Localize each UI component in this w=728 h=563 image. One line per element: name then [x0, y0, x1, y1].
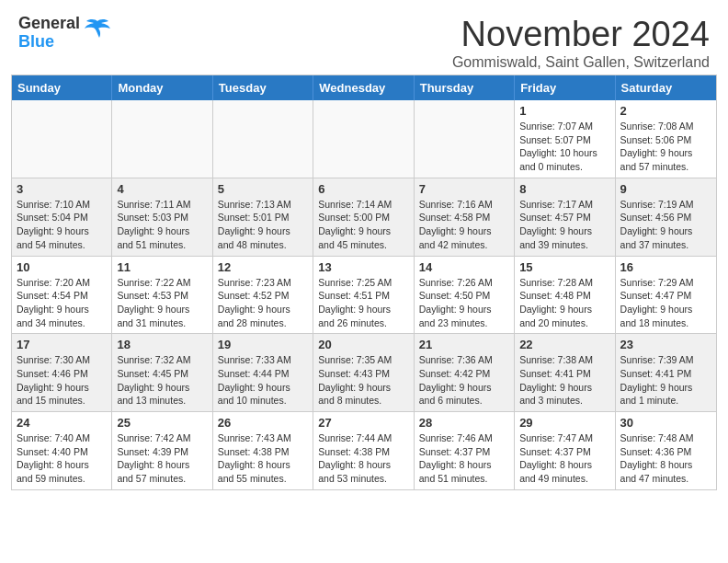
day-number: 21 [419, 338, 509, 351]
day-info: Sunrise: 7:33 AMSunset: 4:44 PMDaylight:… [218, 353, 308, 408]
logo-bird-icon [83, 17, 112, 43]
day-cell: 18Sunrise: 7:32 AMSunset: 4:45 PMDayligh… [112, 334, 212, 411]
month-title: November 2024 [452, 15, 710, 54]
day-info: Sunrise: 7:07 AMSunset: 5:07 PMDaylight:… [519, 120, 609, 174]
day-number: 29 [519, 416, 609, 430]
day-info: Sunrise: 7:43 AMSunset: 4:38 PMDaylight:… [218, 431, 308, 486]
day-info: Sunrise: 7:23 AMSunset: 4:52 PMDaylight:… [218, 276, 308, 330]
day-number: 16 [620, 260, 711, 274]
day-cell: 9Sunrise: 7:19 AMSunset: 4:56 PMDaylight… [616, 178, 716, 256]
day-cell: 6Sunrise: 7:14 AMSunset: 5:00 PMDaylight… [313, 178, 414, 256]
day-header-saturday: Saturday [616, 75, 716, 100]
day-number: 11 [117, 260, 207, 274]
day-info: Sunrise: 7:25 AMSunset: 4:51 PMDaylight:… [318, 276, 408, 330]
day-number: 3 [17, 182, 107, 196]
week-row-2: 3Sunrise: 7:10 AMSunset: 5:04 PMDaylight… [12, 178, 716, 256]
day-cell: 14Sunrise: 7:26 AMSunset: 4:50 PMDayligh… [415, 257, 515, 334]
day-info: Sunrise: 7:44 AMSunset: 4:38 PMDaylight:… [318, 431, 408, 486]
day-number: 28 [419, 416, 509, 430]
day-cell: 13Sunrise: 7:25 AMSunset: 4:51 PMDayligh… [313, 257, 414, 334]
day-cell: 16Sunrise: 7:29 AMSunset: 4:47 PMDayligh… [616, 257, 716, 334]
day-header-friday: Friday [515, 75, 615, 100]
day-cell: 21Sunrise: 7:36 AMSunset: 4:42 PMDayligh… [415, 334, 515, 411]
day-cell: 10Sunrise: 7:20 AMSunset: 4:54 PMDayligh… [12, 257, 112, 334]
logo-text: General Blue [18, 15, 80, 52]
day-headers: SundayMondayTuesdayWednesdayThursdayFrid… [12, 75, 716, 100]
day-number: 24 [17, 416, 107, 430]
day-number: 27 [318, 416, 408, 430]
day-number: 13 [318, 260, 408, 274]
day-number: 4 [117, 182, 207, 196]
day-info: Sunrise: 7:19 AMSunset: 4:56 PMDaylight:… [620, 198, 711, 252]
day-info: Sunrise: 7:48 AMSunset: 4:36 PMDaylight:… [620, 431, 711, 486]
day-info: Sunrise: 7:30 AMSunset: 4:46 PMDaylight:… [17, 353, 107, 408]
day-info: Sunrise: 7:11 AMSunset: 5:03 PMDaylight:… [117, 198, 207, 252]
day-cell [313, 100, 414, 178]
day-cell: 25Sunrise: 7:42 AMSunset: 4:39 PMDayligh… [112, 412, 212, 489]
day-cell: 20Sunrise: 7:35 AMSunset: 4:43 PMDayligh… [313, 334, 414, 411]
day-info: Sunrise: 7:39 AMSunset: 4:41 PMDaylight:… [620, 353, 711, 408]
day-info: Sunrise: 7:16 AMSunset: 4:58 PMDaylight:… [419, 198, 509, 252]
day-cell: 1Sunrise: 7:07 AMSunset: 5:07 PMDaylight… [515, 100, 615, 178]
day-info: Sunrise: 7:40 AMSunset: 4:40 PMDaylight:… [17, 431, 107, 486]
day-cell: 19Sunrise: 7:33 AMSunset: 4:44 PMDayligh… [213, 334, 313, 411]
week-row-1: 1Sunrise: 7:07 AMSunset: 5:07 PMDaylight… [12, 100, 716, 178]
title-area: November 2024 Gommiswald, Saint Gallen, … [452, 15, 710, 71]
day-cell: 30Sunrise: 7:48 AMSunset: 4:36 PMDayligh… [616, 412, 716, 489]
day-header-wednesday: Wednesday [313, 75, 414, 100]
day-number: 20 [318, 338, 408, 351]
day-cell: 12Sunrise: 7:23 AMSunset: 4:52 PMDayligh… [213, 257, 313, 334]
weeks-container: 1Sunrise: 7:07 AMSunset: 5:07 PMDaylight… [12, 100, 716, 489]
day-cell [415, 100, 515, 178]
day-number: 26 [218, 416, 308, 430]
day-info: Sunrise: 7:10 AMSunset: 5:04 PMDaylight:… [17, 198, 107, 252]
day-number: 15 [519, 260, 609, 274]
logo: General Blue [18, 15, 112, 52]
day-cell: 17Sunrise: 7:30 AMSunset: 4:46 PMDayligh… [12, 334, 112, 411]
day-number: 12 [218, 260, 308, 274]
day-header-tuesday: Tuesday [213, 75, 313, 100]
day-cell [12, 100, 112, 178]
day-cell: 2Sunrise: 7:08 AMSunset: 5:06 PMDaylight… [616, 100, 716, 178]
day-info: Sunrise: 7:47 AMSunset: 4:37 PMDaylight:… [519, 431, 609, 486]
page-wrapper: General Blue November 2024 Gommiswald, S… [0, 0, 728, 490]
page-header: General Blue November 2024 Gommiswald, S… [0, 0, 728, 75]
day-cell: 15Sunrise: 7:28 AMSunset: 4:48 PMDayligh… [515, 257, 615, 334]
day-number: 19 [218, 338, 308, 351]
day-cell: 24Sunrise: 7:40 AMSunset: 4:40 PMDayligh… [12, 412, 112, 489]
calendar: SundayMondayTuesdayWednesdayThursdayFrid… [11, 75, 717, 490]
day-cell: 26Sunrise: 7:43 AMSunset: 4:38 PMDayligh… [213, 412, 313, 489]
day-header-thursday: Thursday [415, 75, 515, 100]
day-cell [213, 100, 313, 178]
day-info: Sunrise: 7:46 AMSunset: 4:37 PMDaylight:… [419, 431, 509, 486]
day-number: 18 [117, 338, 207, 351]
day-cell [112, 100, 212, 178]
day-info: Sunrise: 7:42 AMSunset: 4:39 PMDaylight:… [117, 431, 207, 486]
day-cell: 7Sunrise: 7:16 AMSunset: 4:58 PMDaylight… [415, 178, 515, 256]
day-cell: 29Sunrise: 7:47 AMSunset: 4:37 PMDayligh… [515, 412, 615, 489]
day-cell: 11Sunrise: 7:22 AMSunset: 4:53 PMDayligh… [112, 257, 212, 334]
day-number: 7 [419, 182, 509, 196]
day-number: 2 [620, 104, 711, 118]
day-info: Sunrise: 7:17 AMSunset: 4:57 PMDaylight:… [519, 198, 609, 252]
day-cell: 22Sunrise: 7:38 AMSunset: 4:41 PMDayligh… [515, 334, 615, 411]
day-info: Sunrise: 7:28 AMSunset: 4:48 PMDaylight:… [519, 276, 609, 330]
day-info: Sunrise: 7:36 AMSunset: 4:42 PMDaylight:… [419, 353, 509, 408]
day-number: 14 [419, 260, 509, 274]
day-cell: 23Sunrise: 7:39 AMSunset: 4:41 PMDayligh… [616, 334, 716, 411]
day-cell: 5Sunrise: 7:13 AMSunset: 5:01 PMDaylight… [213, 178, 313, 256]
day-number: 1 [519, 104, 609, 118]
day-cell: 8Sunrise: 7:17 AMSunset: 4:57 PMDaylight… [515, 178, 615, 256]
day-info: Sunrise: 7:22 AMSunset: 4:53 PMDaylight:… [117, 276, 207, 330]
week-row-4: 17Sunrise: 7:30 AMSunset: 4:46 PMDayligh… [12, 333, 716, 411]
week-row-3: 10Sunrise: 7:20 AMSunset: 4:54 PMDayligh… [12, 256, 716, 334]
day-number: 10 [17, 260, 107, 274]
day-info: Sunrise: 7:38 AMSunset: 4:41 PMDaylight:… [519, 353, 609, 408]
day-info: Sunrise: 7:14 AMSunset: 5:00 PMDaylight:… [318, 198, 408, 252]
day-number: 5 [218, 182, 308, 196]
day-number: 17 [17, 338, 107, 351]
day-info: Sunrise: 7:32 AMSunset: 4:45 PMDaylight:… [117, 353, 207, 408]
day-number: 8 [519, 182, 609, 196]
day-number: 6 [318, 182, 408, 196]
day-info: Sunrise: 7:20 AMSunset: 4:54 PMDaylight:… [17, 276, 107, 330]
